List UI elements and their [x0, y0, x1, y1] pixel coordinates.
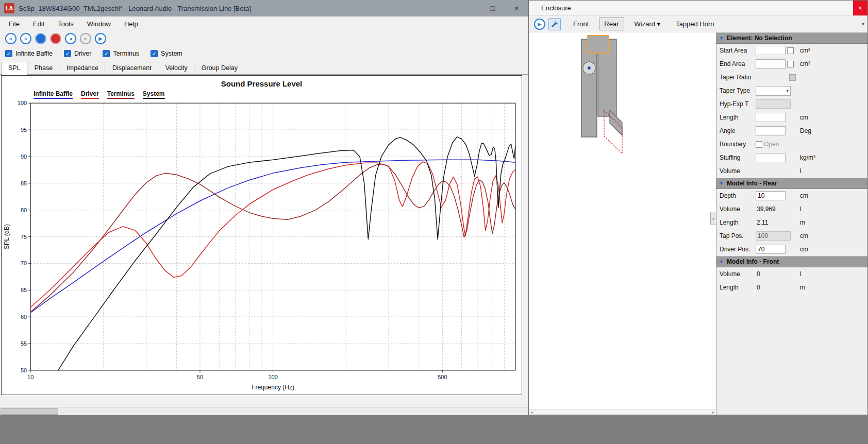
svg-text:55: 55: [21, 340, 27, 347]
menu-edit[interactable]: Edit: [26, 18, 51, 30]
main-scrollbar-thumb[interactable]: [1, 408, 58, 415]
enclosure-canvas[interactable]: › ◂ ▸: [529, 32, 716, 415]
step-forward-button[interactable]: ▸: [80, 33, 91, 44]
svg-text:50: 50: [21, 367, 27, 373]
stuffing-input[interactable]: [756, 153, 786, 162]
enclosure-tab-wizard[interactable]: Wizard ▾: [629, 18, 666, 30]
trace-toggle-label: Driver: [74, 50, 91, 57]
enclosure-title: Enclosure: [541, 4, 571, 12]
prop-control: 39,969: [756, 206, 797, 213]
trace-toggle-system[interactable]: ✓System: [151, 50, 182, 57]
enclosure-body: › ◂ ▸ ▼ Element: No Selection Start Area…: [529, 32, 867, 415]
record-button[interactable]: [50, 33, 61, 44]
angle-input[interactable]: [756, 126, 786, 135]
panel-collapse-button[interactable]: ›: [710, 212, 716, 225]
model-front-rows: Volume0lLength0m: [716, 267, 867, 294]
prop-control: ▾: [756, 86, 797, 96]
svg-text:85: 85: [21, 180, 27, 186]
main-titlebar[interactable]: LA ScSp_18W8434G00_TML2geschl* - Leonard…: [0, 0, 528, 16]
prop-control: 2,11: [756, 219, 797, 226]
model-rear-rows: DepthcmVolume39,969lLength2,11mTap Pos.c…: [716, 189, 867, 256]
trace-toggle-infinite-baffle[interactable]: ✓Infinite Baffle: [5, 50, 53, 57]
model-rear-section-header[interactable]: ▼ Model Info - Rear: [716, 178, 867, 189]
tab-group-delay[interactable]: Group Delay: [195, 62, 244, 74]
taper-type-dropdown[interactable]: ▾: [756, 86, 791, 96]
tab-phase[interactable]: Phase: [28, 62, 59, 74]
depth-input[interactable]: [756, 191, 786, 200]
end-area-input[interactable]: [756, 59, 786, 69]
model-front-section-header[interactable]: ▼ Model Info - Front: [716, 256, 867, 267]
enclosure-tab-tapped-horn[interactable]: Tapped Horn: [671, 18, 719, 30]
window-title: ScSp_18W8434G00_TML2geschl* - Leonard Au…: [19, 5, 251, 12]
spl-plot: 505560657075808590951001050100500Frequen…: [2, 99, 522, 395]
toolbar-overflow-button[interactable]: ▾: [861, 20, 865, 28]
start-area-input[interactable]: [756, 46, 786, 55]
checkbox-icon: ✓: [103, 50, 110, 57]
signal-tone-button[interactable]: ≈: [20, 33, 31, 44]
svg-text:50: 50: [197, 374, 203, 380]
menu-tools[interactable]: Tools: [51, 18, 80, 30]
prop-control: [756, 191, 797, 200]
main-window: LA ScSp_18W8434G00_TML2geschl* - Leonard…: [0, 0, 529, 415]
collapse-triangle-icon: ▼: [719, 181, 724, 186]
enclosure-play-button[interactable]: ▶: [534, 19, 545, 30]
end-area-checkbox[interactable]: [787, 61, 794, 67]
prop-row-taper-type: Taper Type▾: [716, 84, 867, 97]
prop-control: Open: [756, 141, 797, 148]
svg-text:SPL (dB): SPL (dB): [3, 224, 10, 249]
prop-row-angle: AngleDeg: [716, 124, 867, 138]
checkbox-icon: ✓: [64, 50, 71, 57]
prop-control: 0: [756, 270, 797, 278]
boundary-checkbox[interactable]: [756, 141, 762, 148]
legend-driver: Driver: [81, 90, 99, 99]
element-section-header[interactable]: ▼ Element: No Selection: [716, 32, 867, 44]
model-front-header-label: Model Info - Front: [727, 258, 779, 265]
scroll-left-icon[interactable]: ◂: [530, 410, 532, 415]
trace-toggle-driver[interactable]: ✓Driver: [64, 50, 91, 57]
unit-label: l: [800, 270, 802, 278]
tab-velocity[interactable]: Velocity: [159, 62, 194, 74]
tap-pos-input: [756, 231, 791, 241]
enclosure-titlebar[interactable]: Enclosure ×: [529, 1, 867, 16]
svg-text:100: 100: [18, 100, 27, 106]
selected-segment[interactable]: [588, 36, 609, 53]
tab-spl[interactable]: SPL: [2, 62, 27, 75]
enclosure-tab-front[interactable]: Front: [568, 18, 594, 30]
wrench-tool-button[interactable]: [548, 18, 561, 30]
enclosure-tab-rear[interactable]: Rear: [599, 18, 624, 30]
unit-label: Deg: [800, 127, 811, 134]
maximize-button[interactable]: □: [481, 0, 505, 16]
enclosure-close-button[interactable]: ×: [853, 1, 867, 15]
duct-left-segment[interactable]: [581, 39, 597, 137]
menu-file[interactable]: File: [2, 18, 26, 30]
length-input[interactable]: [756, 113, 786, 122]
menu-help[interactable]: Help: [118, 18, 145, 30]
minimize-button[interactable]: —: [457, 0, 481, 16]
signal-sweep-button[interactable]: ≈: [5, 33, 16, 44]
trace-toggle-terminus[interactable]: ✓Terminus: [103, 50, 139, 57]
driver-pos-input[interactable]: [756, 245, 786, 254]
step-back-button[interactable]: ◂: [65, 33, 76, 44]
play-button[interactable]: ▶: [95, 33, 106, 44]
prop-label: Angle: [720, 127, 756, 134]
canvas-horizontal-scrollbar[interactable]: ◂ ▸: [529, 409, 716, 415]
prop-control: [756, 153, 797, 162]
tab-displacement[interactable]: Displacement: [106, 62, 158, 74]
prop-label: Taper Ratio: [720, 74, 756, 81]
enclosure-toolbar: ▶ FrontRearWizard ▾Tapped Horn ▾: [529, 16, 867, 32]
menu-window[interactable]: Window: [80, 18, 118, 30]
prop-row-boundary: BoundaryOpen: [716, 138, 867, 151]
main-horizontal-scrollbar[interactable]: [0, 407, 528, 415]
start-area-checkbox[interactable]: [787, 47, 794, 54]
prop-row-start-area: Start Areacm²: [716, 44, 867, 57]
marker-blue-button[interactable]: [35, 33, 46, 44]
prop-label: Length: [720, 114, 756, 121]
scroll-right-icon[interactable]: ▸: [712, 410, 714, 415]
prop-label: Length: [720, 219, 756, 226]
trace-toggle-label: System: [161, 50, 182, 57]
unit-label: m: [800, 284, 805, 291]
prop-label: End Area: [720, 60, 756, 67]
close-button[interactable]: ×: [505, 0, 528, 16]
tab-impedance[interactable]: Impedance: [60, 62, 105, 74]
enclosure-schematic: [529, 32, 716, 410]
